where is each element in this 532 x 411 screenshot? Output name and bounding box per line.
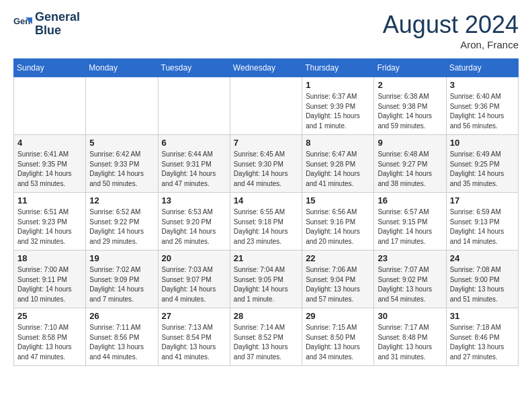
calendar-cell: 13Sunrise: 6:53 AM Sunset: 9:20 PM Dayli… <box>158 193 230 250</box>
day-number: 10 <box>450 138 515 148</box>
day-info: Sunrise: 6:40 AM Sunset: 9:36 PM Dayligh… <box>450 92 515 131</box>
day-number: 11 <box>17 195 82 205</box>
day-number: 17 <box>450 195 515 205</box>
day-number: 2 <box>378 80 442 90</box>
calendar-cell: 6Sunrise: 6:44 AM Sunset: 9:31 PM Daylig… <box>158 135 230 193</box>
day-number: 28 <box>234 311 298 321</box>
calendar-cell: 10Sunrise: 6:49 AM Sunset: 9:25 PM Dayli… <box>446 135 518 193</box>
day-info: Sunrise: 6:37 AM Sunset: 9:39 PM Dayligh… <box>306 92 370 131</box>
day-info: Sunrise: 7:04 AM Sunset: 9:05 PM Dayligh… <box>234 265 298 304</box>
calendar-cell: 11Sunrise: 6:51 AM Sunset: 9:23 PM Dayli… <box>14 193 86 250</box>
calendar-cell: 21Sunrise: 7:04 AM Sunset: 9:05 PM Dayli… <box>230 250 302 308</box>
calendar-cell: 14Sunrise: 6:55 AM Sunset: 9:18 PM Dayli… <box>230 193 302 250</box>
calendar-cell: 30Sunrise: 7:17 AM Sunset: 8:48 PM Dayli… <box>374 308 446 366</box>
day-number: 13 <box>162 195 226 205</box>
calendar-cell: 12Sunrise: 6:52 AM Sunset: 9:22 PM Dayli… <box>86 193 158 250</box>
calendar-cell: 23Sunrise: 7:07 AM Sunset: 9:02 PM Dayli… <box>374 250 446 308</box>
day-number: 29 <box>306 311 370 321</box>
day-info: Sunrise: 7:00 AM Sunset: 9:11 PM Dayligh… <box>17 265 82 304</box>
calendar-cell: 3Sunrise: 6:40 AM Sunset: 9:36 PM Daylig… <box>446 77 518 135</box>
calendar-cell <box>230 77 302 135</box>
day-number: 24 <box>450 253 515 263</box>
calendar-cell: 2Sunrise: 6:38 AM Sunset: 9:38 PM Daylig… <box>374 77 446 135</box>
weekday-header: Wednesday <box>230 59 302 77</box>
day-info: Sunrise: 6:52 AM Sunset: 9:22 PM Dayligh… <box>89 208 154 246</box>
day-info: Sunrise: 7:17 AM Sunset: 8:48 PM Dayligh… <box>378 323 442 362</box>
calendar-cell: 7Sunrise: 6:45 AM Sunset: 9:30 PM Daylig… <box>230 135 302 193</box>
day-info: Sunrise: 7:14 AM Sunset: 8:52 PM Dayligh… <box>234 323 298 362</box>
location: Aron, France <box>383 39 519 50</box>
day-number: 20 <box>162 253 226 263</box>
day-info: Sunrise: 6:38 AM Sunset: 9:38 PM Dayligh… <box>378 92 442 131</box>
day-number: 1 <box>306 80 370 90</box>
calendar-cell: 20Sunrise: 7:03 AM Sunset: 9:07 PM Dayli… <box>158 250 230 308</box>
day-number: 26 <box>89 311 154 321</box>
day-info: Sunrise: 7:15 AM Sunset: 8:50 PM Dayligh… <box>306 323 370 362</box>
weekday-header: Sunday <box>14 59 86 77</box>
calendar-header: SundayMondayTuesdayWednesdayThursdayFrid… <box>14 59 519 77</box>
calendar-cell: 26Sunrise: 7:11 AM Sunset: 8:56 PM Dayli… <box>86 308 158 366</box>
day-number: 27 <box>162 311 226 321</box>
calendar-cell: 31Sunrise: 7:18 AM Sunset: 8:46 PM Dayli… <box>446 308 518 366</box>
day-number: 23 <box>378 253 442 263</box>
day-number: 31 <box>450 311 515 321</box>
day-info: Sunrise: 6:48 AM Sunset: 9:27 PM Dayligh… <box>378 150 442 189</box>
weekday-header: Thursday <box>302 59 374 77</box>
day-info: Sunrise: 7:10 AM Sunset: 8:58 PM Dayligh… <box>17 323 82 362</box>
day-info: Sunrise: 6:42 AM Sunset: 9:33 PM Dayligh… <box>89 150 154 189</box>
day-number: 15 <box>306 195 370 205</box>
logo: Gen General Blue <box>13 11 80 38</box>
logo-text: General Blue <box>35 11 80 38</box>
day-number: 7 <box>234 138 298 148</box>
calendar-cell: 5Sunrise: 6:42 AM Sunset: 9:33 PM Daylig… <box>86 135 158 193</box>
day-info: Sunrise: 7:06 AM Sunset: 9:04 PM Dayligh… <box>306 265 370 304</box>
calendar-cell: 4Sunrise: 6:41 AM Sunset: 9:35 PM Daylig… <box>14 135 86 193</box>
day-info: Sunrise: 7:08 AM Sunset: 9:00 PM Dayligh… <box>450 265 515 304</box>
month-title: August 2024 <box>383 11 519 39</box>
calendar-cell: 9Sunrise: 6:48 AM Sunset: 9:27 PM Daylig… <box>374 135 446 193</box>
calendar-cell: 17Sunrise: 6:59 AM Sunset: 9:13 PM Dayli… <box>446 193 518 250</box>
day-info: Sunrise: 6:55 AM Sunset: 9:18 PM Dayligh… <box>234 208 298 246</box>
calendar-cell: 28Sunrise: 7:14 AM Sunset: 8:52 PM Dayli… <box>230 308 302 366</box>
day-number: 9 <box>378 138 442 148</box>
day-info: Sunrise: 6:47 AM Sunset: 9:28 PM Dayligh… <box>306 150 370 189</box>
day-number: 5 <box>89 138 154 148</box>
page-header: Gen General Blue August 2024 Aron, Franc… <box>13 11 519 50</box>
day-info: Sunrise: 7:03 AM Sunset: 9:07 PM Dayligh… <box>162 265 226 304</box>
day-number: 6 <box>162 138 226 148</box>
day-number: 8 <box>306 138 370 148</box>
day-number: 3 <box>450 80 515 90</box>
day-info: Sunrise: 6:51 AM Sunset: 9:23 PM Dayligh… <box>17 208 82 246</box>
calendar-cell: 1Sunrise: 6:37 AM Sunset: 9:39 PM Daylig… <box>302 77 374 135</box>
calendar-cell: 25Sunrise: 7:10 AM Sunset: 8:58 PM Dayli… <box>14 308 86 366</box>
calendar-cell: 29Sunrise: 7:15 AM Sunset: 8:50 PM Dayli… <box>302 308 374 366</box>
calendar-cell: 15Sunrise: 6:56 AM Sunset: 9:16 PM Dayli… <box>302 193 374 250</box>
day-number: 18 <box>17 253 82 263</box>
weekday-header: Saturday <box>446 59 518 77</box>
day-info: Sunrise: 6:45 AM Sunset: 9:30 PM Dayligh… <box>234 150 298 189</box>
day-info: Sunrise: 6:41 AM Sunset: 9:35 PM Dayligh… <box>17 150 82 189</box>
day-number: 4 <box>17 138 82 148</box>
title-block: August 2024 Aron, France <box>383 11 519 50</box>
day-info: Sunrise: 6:59 AM Sunset: 9:13 PM Dayligh… <box>450 208 515 246</box>
day-info: Sunrise: 6:57 AM Sunset: 9:15 PM Dayligh… <box>378 208 442 246</box>
calendar-cell: 27Sunrise: 7:13 AM Sunset: 8:54 PM Dayli… <box>158 308 230 366</box>
day-number: 30 <box>378 311 442 321</box>
calendar-cell: 16Sunrise: 6:57 AM Sunset: 9:15 PM Dayli… <box>374 193 446 250</box>
calendar-cell <box>86 77 158 135</box>
day-number: 19 <box>89 253 154 263</box>
day-number: 21 <box>234 253 298 263</box>
day-info: Sunrise: 6:44 AM Sunset: 9:31 PM Dayligh… <box>162 150 226 189</box>
calendar-cell <box>14 77 86 135</box>
calendar-cell: 18Sunrise: 7:00 AM Sunset: 9:11 PM Dayli… <box>14 250 86 308</box>
day-info: Sunrise: 7:13 AM Sunset: 8:54 PM Dayligh… <box>162 323 226 362</box>
calendar-cell: 19Sunrise: 7:02 AM Sunset: 9:09 PM Dayli… <box>86 250 158 308</box>
day-info: Sunrise: 7:07 AM Sunset: 9:02 PM Dayligh… <box>378 265 442 304</box>
day-info: Sunrise: 7:02 AM Sunset: 9:09 PM Dayligh… <box>89 265 154 304</box>
calendar-table: SundayMondayTuesdayWednesdayThursdayFrid… <box>13 58 519 366</box>
day-number: 22 <box>306 253 370 263</box>
day-number: 25 <box>17 311 82 321</box>
day-info: Sunrise: 6:53 AM Sunset: 9:20 PM Dayligh… <box>162 208 226 246</box>
day-info: Sunrise: 7:18 AM Sunset: 8:46 PM Dayligh… <box>450 323 515 362</box>
day-info: Sunrise: 7:11 AM Sunset: 8:56 PM Dayligh… <box>89 323 154 362</box>
